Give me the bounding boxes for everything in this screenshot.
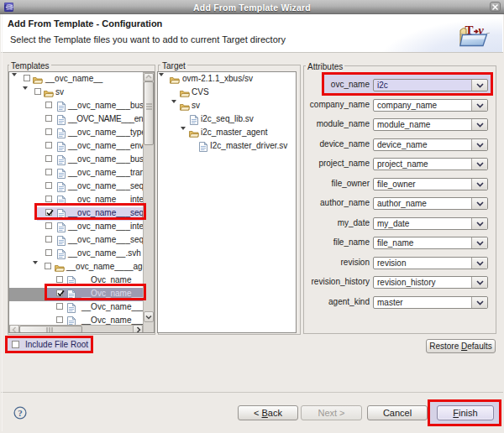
svg-text:?: ? [18,408,23,418]
